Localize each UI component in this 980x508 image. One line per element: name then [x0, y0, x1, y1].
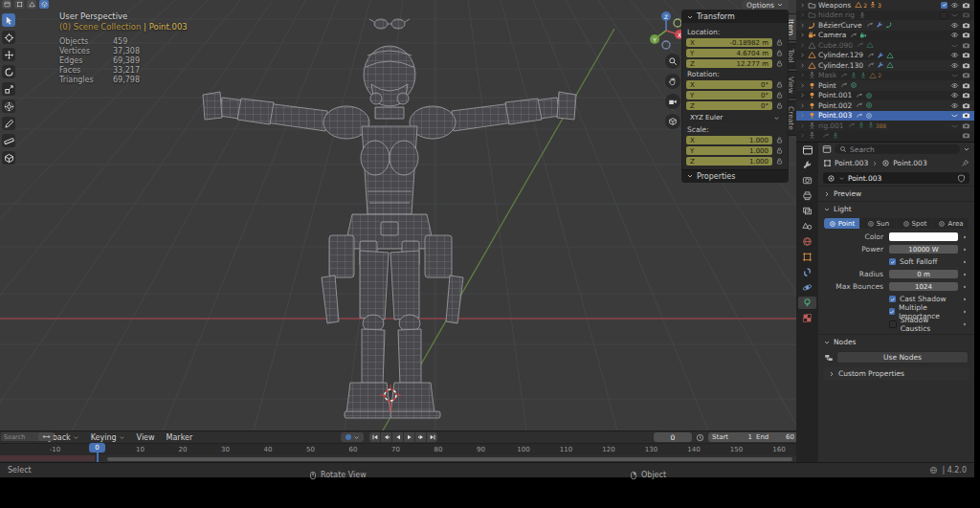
viewport-header-icons[interactable]	[2, 0, 49, 9]
prop-tab-physics[interactable]	[798, 281, 816, 294]
timeline-editor[interactable]: PlaybackKeyingViewMarker 0 Start1 End60 …	[0, 431, 796, 463]
timeline-search-input[interactable]: Search	[1, 432, 41, 441]
nav-zoom-button[interactable]	[665, 54, 680, 69]
use-nodes-button[interactable]: Use Nodes	[836, 351, 969, 364]
eye-open-icon[interactable]	[950, 31, 959, 39]
chevron-right-icon[interactable]	[799, 102, 806, 109]
light-type-point[interactable]: Point	[824, 218, 859, 229]
light-type-area[interactable]: Area	[933, 218, 969, 229]
tool-measure[interactable]	[2, 134, 15, 147]
lock-icon[interactable]	[775, 59, 784, 68]
chevron-right-icon[interactable]	[799, 11, 806, 18]
prop-tab-view-layer[interactable]	[798, 205, 816, 217]
eye-open-icon[interactable]	[950, 81, 959, 90]
header-mesh-button[interactable]	[27, 0, 36, 9]
eye-closed-icon[interactable]	[950, 71, 959, 79]
checkbox[interactable]	[889, 258, 896, 265]
outliner-row-point-003[interactable]: Point.003	[796, 111, 974, 121]
transform-z-field[interactable]: Z1.000	[686, 157, 772, 166]
tool-select-box[interactable]	[2, 13, 15, 27]
eye-closed-icon[interactable]	[950, 121, 959, 130]
camera-toggle-icon[interactable]	[962, 101, 970, 110]
transform-x-field[interactable]: X0°	[686, 80, 772, 89]
chevron-right-icon[interactable]	[799, 72, 806, 78]
prop-tab-scene[interactable]	[798, 220, 816, 232]
header-object-button[interactable]	[14, 0, 24, 9]
chevron-right-icon[interactable]	[799, 122, 806, 129]
lock-icon[interactable]	[775, 91, 784, 99]
light-data-icon[interactable]	[827, 174, 835, 183]
timeline-menu-keying[interactable]: Keying	[91, 433, 125, 442]
tool-cursor[interactable]	[2, 31, 15, 44]
outliner-row-cylinder-130[interactable]: Cylinder.130	[796, 60, 974, 71]
camera-toggle-icon[interactable]	[962, 111, 970, 120]
camera-toggle-icon[interactable]	[962, 121, 970, 130]
chevron-right-icon[interactable]	[799, 92, 806, 99]
light-type-sun[interactable]: Sun	[860, 218, 896, 229]
transform-panel-header[interactable]: Transform	[682, 11, 788, 23]
tool-scale[interactable]	[2, 82, 15, 96]
nav-pan-button[interactable]	[665, 74, 680, 89]
wrench-icon[interactable]	[877, 52, 884, 59]
outliner-row-rig-001[interactable]: rig.001 388	[796, 121, 974, 131]
lock-icon[interactable]	[775, 136, 784, 144]
header-editor-button[interactable]	[2, 0, 11, 9]
timeline-menu-view[interactable]: View	[137, 433, 155, 442]
value-field[interactable]: 0 m	[889, 270, 958, 278]
camera-toggle-icon[interactable]	[962, 31, 970, 39]
selectability-checkbox[interactable]	[940, 11, 947, 19]
eye-open-icon[interactable]	[950, 91, 959, 99]
camera-toggle-icon[interactable]	[962, 1, 970, 10]
options-button[interactable]: Options	[742, 0, 789, 10]
eye-closed-icon[interactable]	[950, 11, 959, 19]
value-field[interactable]: 10000 W	[889, 245, 958, 254]
camera-toggle-icon[interactable]	[962, 61, 970, 70]
chevron-right-icon[interactable]	[799, 2, 806, 9]
timeline-menu-marker[interactable]: Marker	[167, 433, 193, 442]
light-type-spot[interactable]: Spot	[897, 218, 932, 229]
playback-play-button[interactable]	[404, 432, 414, 442]
prop-tab-tool[interactable]	[798, 159, 816, 171]
outliner-row[interactable]	[796, 131, 974, 142]
eye-open-icon[interactable]	[950, 61, 959, 70]
chevron-down-icon[interactable]	[353, 434, 360, 441]
lock-icon[interactable]	[775, 146, 784, 155]
editor-icon[interactable]	[822, 144, 832, 154]
wrench-icon[interactable]	[876, 21, 883, 29]
checkbox[interactable]	[889, 320, 897, 328]
outliner-row-cube-090[interactable]: Cube.090	[796, 40, 974, 51]
pin-icon[interactable]	[961, 159, 969, 167]
eye-open-icon[interactable]	[950, 101, 959, 110]
prop-tab-output[interactable]	[798, 189, 816, 202]
properties-search-input[interactable]: Search	[835, 144, 960, 154]
tool-add-cube[interactable]	[2, 151, 15, 165]
prop-tab-render[interactable]	[798, 174, 816, 187]
dot-icon[interactable]	[961, 258, 969, 266]
wrench-icon[interactable]	[877, 61, 884, 69]
dot-icon[interactable]	[961, 233, 969, 241]
prop-tab-object-data[interactable]	[798, 297, 816, 309]
outliner-row-cylinder-129[interactable]: Cylinder.129	[796, 51, 974, 61]
prop-tab-constraints[interactable]	[798, 266, 816, 278]
current-frame-badge[interactable]: 0	[89, 443, 105, 453]
tool-transform[interactable]	[2, 99, 15, 113]
navigation-gizmo[interactable]: Z X Y	[647, 10, 685, 54]
header-add-cube-button[interactable]	[39, 0, 49, 9]
camera-toggle-icon[interactable]	[962, 131, 970, 140]
prop-tab-object[interactable]	[798, 251, 816, 263]
auto-keying-toggle[interactable]	[341, 432, 364, 442]
chevron-right-icon[interactable]	[799, 52, 806, 58]
camera-toggle-icon[interactable]	[962, 11, 970, 19]
outliner-row-mask[interactable]: Mask 2	[796, 71, 974, 81]
camera-toggle-icon[interactable]	[962, 41, 970, 50]
outliner-row-camera[interactable]: Camera	[796, 31, 974, 41]
rotation-mode-dropdown[interactable]: XYZ Euler	[686, 113, 784, 122]
playback-play-reverse-button[interactable]	[392, 432, 403, 442]
camera-toggle-icon[interactable]	[962, 81, 970, 90]
chevron-right-icon[interactable]	[799, 132, 806, 139]
transform-x-field[interactable]: X-0.18982 m	[686, 38, 772, 47]
chevron-down-icon[interactable]	[963, 145, 970, 153]
nav-camera-view-button[interactable]	[665, 94, 680, 109]
datablock-name-field[interactable]: Point.003	[823, 172, 969, 184]
eye-open-icon[interactable]	[950, 51, 959, 59]
